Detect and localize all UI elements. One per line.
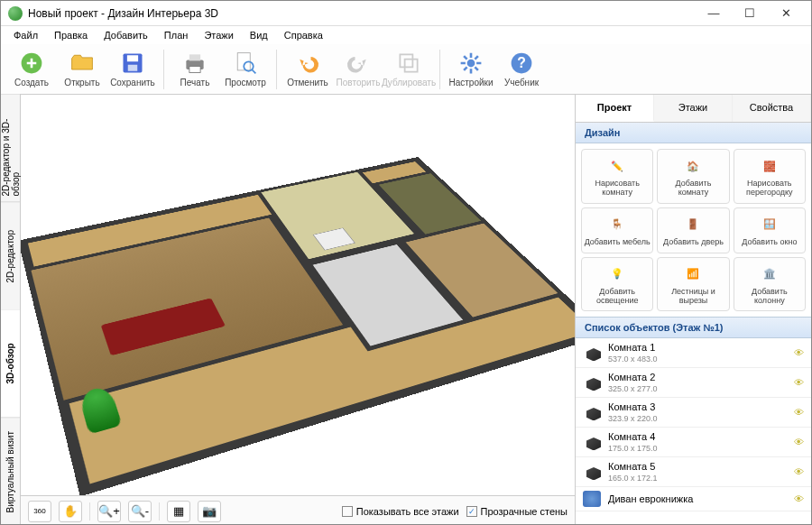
- object-name: Комната 2: [608, 372, 787, 383]
- pan-button[interactable]: ✋: [59, 501, 82, 522]
- object-name: Комната 4: [608, 431, 787, 443]
- magnifier-page-icon: [233, 51, 258, 76]
- object-icon: [583, 345, 601, 361]
- viewport: 360 ✋ 🔍+ 🔍- ▦ 📷 Показывать все этажи ✓ П…: [21, 95, 575, 525]
- column-icon: 🏛️: [757, 263, 782, 285]
- camera-icon: 📷: [202, 504, 217, 518]
- duplicate-button[interactable]: Дублировать: [383, 48, 434, 90]
- add-light-button[interactable]: 💡Добавить освещение: [581, 257, 653, 312]
- pencil-room-icon: ✏️: [604, 155, 630, 177]
- checkbox-icon: [342, 506, 353, 517]
- tab-project[interactable]: Проект: [576, 95, 654, 122]
- menu-view[interactable]: Вид: [243, 28, 275, 42]
- door-icon: 🚪: [680, 214, 706, 235]
- zoom-in-icon: 🔍+: [98, 504, 120, 518]
- tutorial-button[interactable]: ? Учебник: [496, 48, 547, 90]
- visibility-toggle-icon[interactable]: 👁: [794, 437, 804, 447]
- printer-icon: [182, 51, 208, 76]
- stairs-button[interactable]: 📶Лестницы и вырезы: [657, 257, 729, 312]
- object-icon: [583, 434, 601, 450]
- minimize-button[interactable]: —: [696, 5, 732, 23]
- 3d-canvas[interactable]: [21, 95, 575, 495]
- object-row[interactable]: Диван еврокнижка👁: [576, 487, 811, 511]
- show-all-floors-checkbox[interactable]: Показывать все этажи: [342, 506, 459, 517]
- object-dimensions: 325.0 x 277.0: [608, 384, 787, 394]
- preview-button[interactable]: Просмотр: [220, 48, 271, 90]
- window-title: Новый проект - Дизайн Интерьера 3D: [28, 7, 696, 20]
- visibility-toggle-icon[interactable]: 👁: [794, 466, 804, 477]
- create-button[interactable]: Создать: [6, 48, 57, 90]
- visibility-toggle-icon[interactable]: 👁: [794, 347, 804, 358]
- close-button[interactable]: ✕: [768, 5, 804, 23]
- new-file-icon: [19, 51, 44, 76]
- menu-add[interactable]: Добавить: [97, 28, 155, 42]
- object-name: Диван еврокнижка: [608, 493, 787, 505]
- svg-rect-9: [400, 54, 412, 67]
- zoom-out-button[interactable]: 🔍-: [128, 501, 152, 522]
- object-row[interactable]: Комната 3323.9 x 220.0👁: [576, 398, 811, 428]
- visibility-toggle-icon[interactable]: 👁: [794, 493, 804, 504]
- menu-edit[interactable]: Правка: [47, 28, 95, 42]
- menu-floors[interactable]: Этажи: [197, 28, 240, 42]
- transparent-walls-checkbox[interactable]: ✓ Прозрачные стены: [466, 506, 567, 517]
- help-icon: ?: [509, 51, 534, 76]
- zoom-in-button[interactable]: 🔍+: [97, 501, 121, 522]
- menu-plan[interactable]: План: [157, 28, 196, 42]
- stairs-icon: 📶: [680, 263, 706, 285]
- window-controls: — ☐ ✕: [696, 5, 804, 23]
- redo-button[interactable]: Повторить: [333, 48, 383, 90]
- save-icon: [120, 51, 145, 76]
- content-area: 2D-редактор и 3D-обзор 2D-редактор 3D-об…: [1, 95, 811, 525]
- side-tab-3d[interactable]: 3D-обзор: [1, 310, 20, 419]
- object-name: Комната 5: [608, 461, 787, 473]
- wall-icon: 🧱: [757, 155, 782, 177]
- object-icon: [583, 404, 601, 420]
- add-door-button[interactable]: 🚪Добавить дверь: [657, 207, 729, 253]
- object-row[interactable]: Комната 2325.0 x 277.0👁: [576, 368, 811, 398]
- print-button[interactable]: Печать: [170, 48, 220, 90]
- toolbar: Создать Открыть Сохранить Печать Просмот…: [1, 44, 811, 95]
- menu-file[interactable]: Файл: [6, 28, 45, 42]
- draw-room-button[interactable]: ✏️Нарисовать комнату: [581, 149, 653, 204]
- settings-button[interactable]: Настройки: [446, 48, 496, 90]
- bulb-icon: 💡: [604, 263, 630, 285]
- chair-icon: 🪑: [604, 214, 630, 235]
- app-icon: [8, 6, 23, 21]
- object-dimensions: 323.9 x 220.0: [608, 414, 787, 424]
- object-row[interactable]: Комната 1537.0 x 483.0👁: [576, 338, 811, 368]
- viewport-toolbar: 360 ✋ 🔍+ 🔍- ▦ 📷 Показывать все этажи ✓ П…: [21, 495, 575, 525]
- add-room-icon: 🏠: [680, 155, 706, 177]
- visibility-toggle-icon[interactable]: 👁: [794, 377, 804, 388]
- menu-help[interactable]: Справка: [277, 28, 330, 42]
- undo-button[interactable]: Отменить: [282, 48, 333, 90]
- folder-open-icon: [69, 51, 95, 76]
- hand-icon: ✋: [63, 504, 78, 518]
- open-button[interactable]: Открыть: [57, 48, 107, 90]
- object-row[interactable]: Комната 5165.0 x 172.1👁: [576, 457, 811, 487]
- object-icon: [583, 464, 601, 480]
- side-tab-2d3d[interactable]: 2D-редактор и 3D-обзор: [1, 95, 20, 203]
- gear-icon: [458, 51, 484, 76]
- tab-floors[interactable]: Этажи: [654, 95, 733, 122]
- checkbox-icon: ✓: [466, 506, 477, 517]
- svg-rect-6: [189, 67, 200, 73]
- right-tabs: Проект Этажи Свойства: [576, 95, 811, 123]
- add-column-button[interactable]: 🏛️Добавить колонну: [734, 257, 806, 312]
- maximize-button[interactable]: ☐: [732, 5, 768, 23]
- add-furniture-button[interactable]: 🪑Добавить мебель: [581, 207, 653, 253]
- object-row[interactable]: Комната 4175.0 x 175.0👁: [576, 428, 811, 457]
- visibility-toggle-icon[interactable]: 👁: [794, 407, 804, 418]
- orbit-button[interactable]: 360: [28, 501, 51, 522]
- add-room-button[interactable]: 🏠Добавить комнату: [657, 149, 729, 204]
- side-tab-2d[interactable]: 2D-редактор: [1, 203, 20, 311]
- draw-wall-button[interactable]: 🧱Нарисовать перегородку: [734, 149, 806, 204]
- fit-button[interactable]: ▦: [167, 501, 190, 522]
- side-tab-virtual[interactable]: Виртуальный визит: [1, 419, 20, 526]
- design-section-header: Дизайн: [576, 123, 811, 143]
- object-list[interactable]: Комната 1537.0 x 483.0👁Комната 2325.0 x …: [576, 338, 811, 525]
- add-window-button[interactable]: 🪟Добавить окно: [734, 207, 806, 253]
- floorplan-3d: [21, 157, 575, 495]
- tab-properties[interactable]: Свойства: [733, 95, 811, 122]
- save-button[interactable]: Сохранить: [107, 48, 158, 90]
- render-button[interactable]: 📷: [198, 501, 221, 522]
